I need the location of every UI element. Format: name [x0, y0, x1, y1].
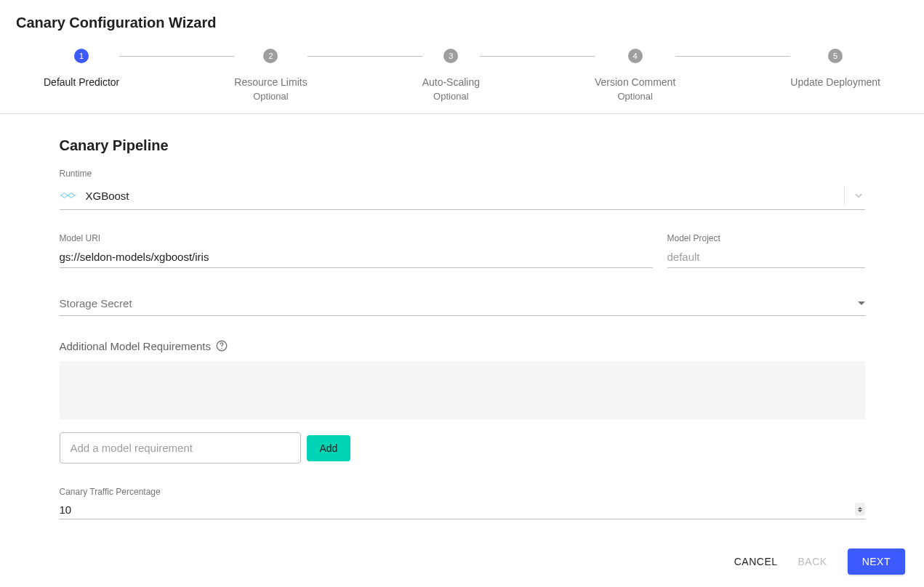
step-1[interactable]: 1 Default Predictor	[44, 49, 119, 88]
storage-secret-placeholder: Storage Secret	[60, 297, 858, 309]
model-uri-field: Model URI	[60, 233, 653, 268]
runtime-select[interactable]: XGBoost	[60, 182, 865, 210]
svg-point-1	[221, 348, 222, 349]
stepper-up-icon[interactable]	[858, 507, 862, 509]
step-label-5: Update Deployment	[790, 76, 880, 88]
step-circle-1: 1	[74, 49, 89, 63]
step-optional-3: Optional	[433, 91, 468, 102]
back-button[interactable]: BACK	[798, 556, 827, 567]
runtime-label: Runtime	[60, 169, 865, 179]
runtime-field: Runtime XGBoost	[60, 169, 865, 210]
model-uri-label: Model URI	[60, 233, 653, 243]
next-button[interactable]: NEXT	[848, 548, 905, 575]
traffic-label: Canary Traffic Percentage	[60, 487, 865, 497]
section-title: Canary Pipeline	[60, 137, 865, 154]
step-label-1: Default Predictor	[44, 76, 119, 88]
step-circle-4: 4	[628, 49, 643, 63]
stepper-down-icon[interactable]	[858, 510, 862, 512]
storage-secret-select[interactable]: Storage Secret	[60, 291, 865, 316]
step-divider	[119, 56, 234, 57]
add-requirement-input[interactable]	[60, 432, 301, 463]
step-4[interactable]: 4 Version Comment Optional	[595, 49, 675, 102]
step-3[interactable]: 3 Auto-Scaling Optional	[422, 49, 480, 102]
step-divider	[308, 56, 422, 57]
model-uri-input[interactable]	[60, 246, 653, 268]
step-divider	[480, 56, 595, 57]
help-icon[interactable]	[215, 339, 228, 352]
model-project-input[interactable]	[667, 246, 865, 268]
cancel-button[interactable]: CANCEL	[734, 556, 778, 567]
add-requirement-button[interactable]: Add	[307, 435, 351, 461]
step-label-2: Resource Limits	[234, 76, 307, 88]
footer-actions: CANCEL BACK NEXT	[0, 534, 924, 587]
step-2[interactable]: 2 Resource Limits Optional	[234, 49, 307, 102]
stepper: 1 Default Predictor 2 Resource Limits Op…	[0, 31, 924, 114]
step-circle-5: 5	[828, 49, 843, 63]
step-optional-4: Optional	[617, 91, 652, 102]
step-circle-3: 3	[443, 49, 458, 63]
requirements-list-box	[60, 361, 865, 419]
step-divider	[675, 56, 790, 57]
step-label-3: Auto-Scaling	[422, 76, 480, 88]
xgboost-icon	[60, 190, 77, 201]
model-project-field: Model Project	[667, 233, 865, 268]
page-title: Canary Configuration Wizard	[16, 15, 908, 31]
runtime-value: XGBoost	[86, 190, 837, 202]
model-project-label: Model Project	[667, 233, 865, 243]
traffic-stepper[interactable]	[855, 503, 865, 516]
chevron-down-icon[interactable]	[852, 189, 865, 202]
step-circle-2: 2	[263, 49, 278, 63]
step-5[interactable]: 5 Update Deployment	[790, 49, 880, 88]
traffic-percentage-input[interactable]	[60, 503, 855, 516]
step-optional-2: Optional	[253, 91, 288, 102]
step-label-4: Version Comment	[595, 76, 675, 88]
additional-requirements-label: Additional Model Requirements	[60, 340, 211, 352]
dropdown-separator	[844, 186, 845, 205]
caret-down-icon	[858, 301, 865, 305]
